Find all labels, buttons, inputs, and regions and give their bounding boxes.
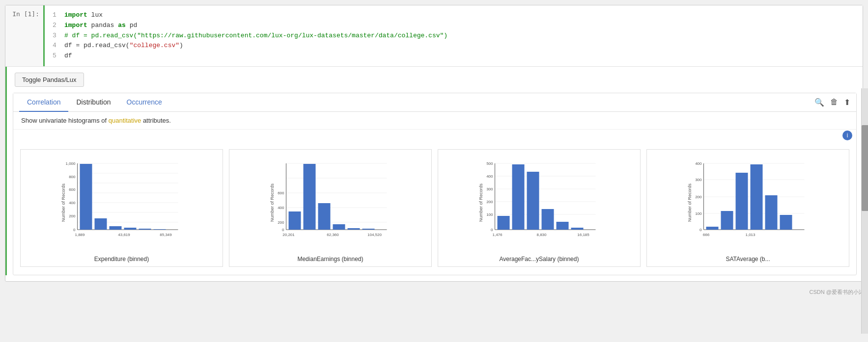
bar <box>542 209 554 230</box>
toggle-pandas-lux-button[interactable]: Toggle Pandas/Lux <box>15 73 84 87</box>
tab-distribution[interactable]: Distribution <box>68 93 118 112</box>
svg-text:8,830: 8,830 <box>536 233 547 237</box>
svg-text:600: 600 <box>278 191 284 195</box>
svg-text:0: 0 <box>73 228 76 232</box>
bar <box>571 228 584 230</box>
bar <box>110 226 122 230</box>
svg-text:20,201: 20,201 <box>282 233 295 237</box>
svg-text:400: 400 <box>486 174 493 179</box>
svg-text:100: 100 <box>486 212 493 217</box>
charts-row: Number of Records 0 200 400 <box>13 141 856 275</box>
bar <box>363 229 375 230</box>
histogram-sat-average: Number of Records 0 100 200 300 400 <box>649 154 847 252</box>
bar <box>780 215 792 230</box>
bar <box>721 211 733 230</box>
svg-text:400: 400 <box>278 206 284 210</box>
code-line-3: 3 # df = pd.read_csv("https://raw.github… <box>53 31 855 41</box>
chart-card-expenditure: Number of Records 0 200 400 <box>20 149 223 267</box>
svg-text:100: 100 <box>695 211 702 216</box>
bar <box>498 216 510 230</box>
svg-text:200: 200 <box>278 220 284 225</box>
svg-text:600: 600 <box>69 187 76 192</box>
svg-text:200: 200 <box>695 195 702 199</box>
export-icon[interactable]: ⬆ <box>844 98 850 107</box>
footer: CSDN @爱看书的小沐 <box>0 287 868 298</box>
bar <box>139 229 151 230</box>
line-num-4: 4 <box>53 41 64 51</box>
chart-card-sat-average: Number of Records 0 100 200 300 400 <box>646 149 849 267</box>
cell-label: In [1]: <box>5 5 45 66</box>
svg-text:200: 200 <box>69 214 76 218</box>
svg-text:1,000: 1,000 <box>65 161 76 166</box>
histogram-faculty-salary: Number of Records 0 100 200 300 400 500 <box>440 154 638 252</box>
code-cell: In [1]: 1 import lux 2 import pandas as … <box>5 5 863 67</box>
lux-widget: Correlation Distribution Occurrence 🔍 🗑 … <box>13 93 857 275</box>
bar <box>765 195 778 230</box>
chart-card-faculty-salary: Number of Records 0 100 200 300 400 500 <box>438 149 641 267</box>
chart-title-median-earnings: MedianEarnings (binned) <box>231 256 429 263</box>
svg-text:400: 400 <box>695 161 702 166</box>
histogram-median-earnings: Number of Records 0 200 400 600 <box>231 154 429 252</box>
bar <box>751 164 763 230</box>
bar <box>512 164 525 230</box>
svg-text:666: 666 <box>703 233 710 237</box>
svg-text:16,185: 16,185 <box>577 233 589 237</box>
scrollbar-thumb[interactable] <box>862 125 868 211</box>
description-after: attributes. <box>141 117 171 124</box>
bar <box>527 172 539 230</box>
description-bar: Show univariate histograms of quantitati… <box>13 112 856 130</box>
svg-text:1,476: 1,476 <box>492 233 503 237</box>
code-line-1: 1 import lux <box>53 10 855 21</box>
code-content: 1 import lux 2 import pandas as pd 3 # d… <box>45 5 863 66</box>
bar <box>124 228 137 230</box>
info-icon-row: i <box>13 130 856 141</box>
bar <box>95 218 107 230</box>
line-num-1: 1 <box>53 10 64 21</box>
bar <box>154 229 166 230</box>
bar <box>736 173 748 230</box>
svg-text:Number of Records: Number of Records <box>478 183 483 222</box>
info-icon[interactable]: i <box>842 131 852 140</box>
histogram-expenditure: Number of Records 0 200 400 <box>23 154 221 252</box>
svg-text:200: 200 <box>486 200 493 204</box>
description-quantitative: quantitative <box>109 117 141 124</box>
svg-text:400: 400 <box>69 201 76 205</box>
y-axis-label-1: Number of Records <box>61 183 66 222</box>
delete-icon[interactable]: 🗑 <box>830 98 838 106</box>
code-line-4: 4 df = pd.read_csv("college.csv") <box>53 41 855 51</box>
description-before: Show univariate histograms of <box>21 117 109 124</box>
toolbar-icons: 🔍 🗑 ⬆ <box>814 98 850 107</box>
chart-title-faculty-salary: AverageFac...ySalary (binned) <box>440 256 638 263</box>
line-num-2: 2 <box>53 21 64 31</box>
line-num-3: 3 <box>53 31 64 41</box>
svg-text:0: 0 <box>700 228 702 232</box>
line-num-5: 5 <box>53 51 64 61</box>
chart-title-expenditure: Expenditure (binned) <box>23 256 221 263</box>
tabs-header: Correlation Distribution Occurrence 🔍 🗑 … <box>13 93 856 112</box>
bar <box>348 228 360 230</box>
search-icon[interactable]: 🔍 <box>814 98 824 107</box>
bar <box>289 211 301 230</box>
footer-text: CSDN @爱看书的小沐 <box>810 289 864 295</box>
svg-text:Number of Records: Number of Records <box>687 183 692 222</box>
svg-text:43,619: 43,619 <box>118 233 130 237</box>
svg-text:1,013: 1,013 <box>745 233 756 237</box>
bar <box>333 224 345 230</box>
svg-text:300: 300 <box>695 178 702 182</box>
bar <box>80 164 92 230</box>
svg-text:0: 0 <box>491 228 493 232</box>
chart-card-median-earnings: Number of Records 0 200 400 600 <box>229 149 432 267</box>
tab-occurrence[interactable]: Occurrence <box>119 93 170 112</box>
tab-correlation[interactable]: Correlation <box>19 93 68 112</box>
svg-text:0: 0 <box>282 228 284 232</box>
svg-text:104,520: 104,520 <box>367 233 382 237</box>
svg-text:800: 800 <box>69 175 76 179</box>
svg-text:300: 300 <box>486 187 493 191</box>
svg-text:1,889: 1,889 <box>75 233 85 237</box>
bar <box>318 203 331 230</box>
code-line-2: 2 import pandas as pd <box>53 21 855 31</box>
svg-text:62,360: 62,360 <box>327 233 339 237</box>
chart-title-sat-average: SATAverage (b... <box>649 256 847 263</box>
scrollbar-track[interactable] <box>861 88 868 334</box>
notebook-container: In [1]: 1 import lux 2 import pandas as … <box>5 5 863 282</box>
